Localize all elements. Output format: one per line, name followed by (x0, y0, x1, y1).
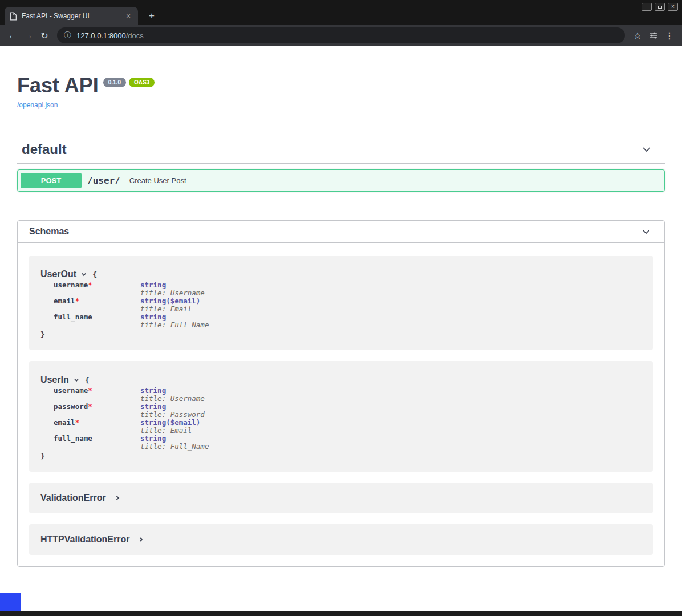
required-star: * (75, 297, 80, 305)
property-detail: string title: Full_Name (140, 313, 209, 329)
close-icon: × (671, 4, 675, 10)
tab-title: Fast API - Swagger UI (22, 12, 124, 20)
model-httpvalidationerror-toggle[interactable]: HTTPValidationError (40, 534, 144, 545)
property-title: title: Password (140, 411, 205, 419)
chevron-down-icon (73, 376, 80, 383)
required-star: * (88, 281, 92, 289)
api-info: Fast API 0.1.0 OAS3 (17, 75, 665, 96)
model-validationerror-toggle[interactable]: ValidationError (40, 493, 121, 503)
property-type: string($email) (140, 297, 200, 305)
open-brace: { (92, 270, 97, 279)
url-path: /docs (126, 31, 144, 40)
model-properties: username* string title: Username passwor… (54, 387, 642, 451)
model-name: ValidationError (40, 493, 106, 503)
schemas-section: Schemas UserOut { (17, 220, 665, 567)
http-method-badge: POST (21, 173, 82, 188)
property-detail: string title: Password (140, 403, 205, 419)
property-row: username* string title: Username (54, 281, 642, 297)
star-icon: ☆ (634, 30, 642, 41)
reload-icon: ↻ (40, 30, 48, 41)
schemas-title: Schemas (29, 226, 69, 237)
model-userout: UserOut { username* string title: Userna… (29, 256, 653, 350)
property-row: username* string title: Username (54, 387, 642, 403)
api-title: Fast API (17, 75, 99, 96)
openapi-spec-link[interactable]: /openapi.json (17, 101, 58, 109)
property-row: full_name string title: Full_Name (54, 435, 642, 451)
property-title: title: Full_Name (140, 321, 209, 329)
page-favicon-icon (10, 12, 17, 21)
property-type: string($email) (140, 419, 200, 427)
property-name: full_name (54, 313, 140, 329)
oas3-badge: OAS3 (129, 78, 155, 87)
property-title: title: Username (140, 289, 205, 297)
browser-menu-button[interactable]: ⋮ (661, 27, 677, 43)
site-info-icon[interactable]: ⓘ (64, 30, 71, 40)
model-head: UserOut { (40, 269, 642, 279)
minimize-button[interactable] (642, 3, 652, 11)
bookmark-button[interactable]: ☆ (630, 27, 646, 43)
property-title: title: Email (140, 305, 200, 313)
required-star: * (88, 386, 92, 395)
new-tab-button[interactable]: + (144, 8, 160, 24)
model-httpvalidationerror: HTTPValidationError (29, 524, 653, 555)
property-title: title: Username (140, 395, 205, 403)
endpoint-summary: Create User Post (129, 176, 186, 185)
property-row: full_name string title: Full_Name (54, 313, 642, 329)
property-row: email* string($email) title: Email (54, 419, 642, 435)
model-name: UserIn (40, 375, 69, 385)
desktop-artifact (0, 593, 21, 611)
tag-label: default (22, 141, 67, 157)
property-name: username* (54, 281, 140, 297)
browser-titlebar: × Fast API - Swagger UI × + (0, 0, 682, 25)
model-name: HTTPValidationError (40, 534, 129, 545)
property-detail: string($email) title: Email (140, 297, 200, 313)
property-detail: string title: Username (140, 387, 205, 403)
chevron-down-icon (80, 271, 87, 278)
property-name: password* (54, 403, 140, 419)
property-detail: string($email) title: Email (140, 419, 200, 435)
property-name: email* (54, 419, 140, 435)
version-badge: 0.1.0 (103, 78, 126, 87)
browser-tab[interactable]: Fast API - Swagger UI × (5, 7, 138, 25)
reload-button[interactable]: ↻ (36, 27, 52, 43)
minimize-icon (645, 7, 649, 7)
chevron-down-icon (640, 226, 652, 237)
model-userout-toggle[interactable]: UserOut (40, 269, 87, 279)
maximize-button[interactable] (655, 3, 665, 11)
property-name: full_name (54, 435, 140, 451)
property-name: email* (54, 297, 140, 313)
property-title: title: Email (140, 427, 200, 435)
property-detail: string title: Full_Name (140, 435, 209, 451)
model-userin-toggle[interactable]: UserIn (40, 375, 80, 385)
property-name: username* (54, 387, 140, 403)
back-button[interactable]: ← (5, 27, 21, 43)
forward-icon: → (24, 30, 33, 40)
close-button[interactable]: × (668, 3, 678, 11)
address-bar[interactable]: ⓘ 127.0.0.1:8000/docs (57, 27, 625, 43)
property-row: email* string($email) title: Email (54, 297, 642, 313)
close-brace: } (40, 330, 642, 339)
tune-icon (649, 31, 658, 40)
open-brace: { (85, 376, 90, 384)
schemas-header[interactable]: Schemas (18, 221, 664, 243)
url-host: 127.0.0.1:8000 (76, 31, 126, 40)
tune-button[interactable] (646, 27, 661, 43)
chevron-right-icon (114, 495, 121, 501)
schemas-body: UserOut { username* string title: Userna… (18, 243, 664, 566)
browser-toolbar: ← → ↻ ⓘ 127.0.0.1:8000/docs ☆ ⋮ (0, 25, 682, 46)
tag-section-default[interactable]: default (17, 141, 665, 164)
tab-close-icon[interactable]: × (124, 11, 133, 21)
close-brace: } (40, 452, 642, 460)
property-type: string (140, 281, 205, 289)
model-head: UserIn { (40, 375, 642, 385)
back-icon: ← (8, 30, 17, 40)
maximize-icon (658, 6, 662, 9)
kebab-menu-icon: ⋮ (665, 30, 674, 41)
opblock-post-user[interactable]: POST /user/ Create User Post (17, 169, 665, 192)
property-type: string (140, 313, 209, 321)
model-validationerror: ValidationError (29, 483, 653, 513)
model-userin: UserIn { username* string title: Usernam… (29, 361, 653, 472)
swagger-page: Fast API 0.1.0 OAS3 /openapi.json defaul… (0, 75, 682, 567)
forward-button[interactable]: → (21, 27, 36, 43)
required-star: * (75, 418, 80, 427)
